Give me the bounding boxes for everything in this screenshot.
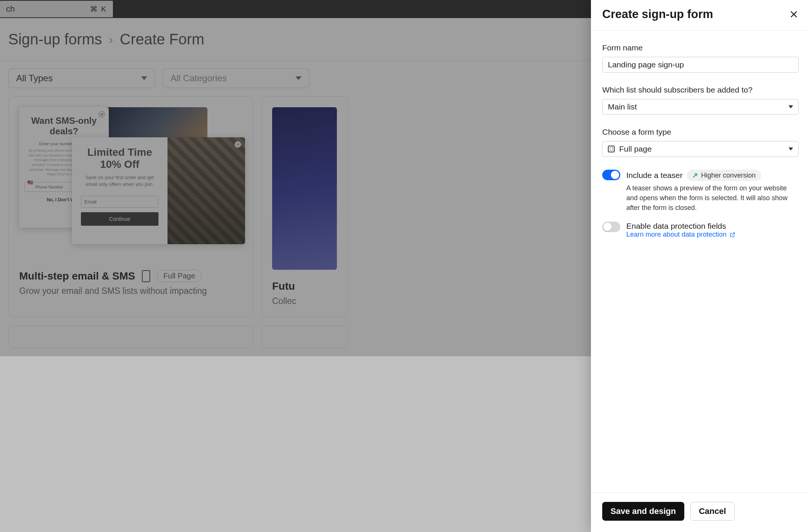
higher-conversion-badge: ↗ Higher conversion	[687, 170, 761, 181]
toggle-teaser-row: Include a teaser ↗ Higher conversion A t…	[602, 170, 799, 213]
save-and-design-button[interactable]: Save and design	[602, 502, 684, 521]
panel-title: Create sign-up form	[602, 8, 713, 21]
panel-header: Create sign-up form	[591, 0, 810, 30]
fullpage-icon	[608, 146, 615, 152]
teaser-title: Include a teaser	[626, 171, 682, 180]
toggle-gdpr-row: Enable data protection fields Learn more…	[602, 222, 799, 239]
form-name-input[interactable]	[602, 57, 799, 73]
form-type-value: Full page	[619, 144, 652, 154]
field-form-type: Choose a form type Full page	[602, 128, 799, 157]
teaser-toggle[interactable]	[602, 170, 620, 180]
form-type-select[interactable]: Full page	[602, 141, 799, 157]
list-select[interactable]: Main list	[602, 99, 799, 115]
trend-up-icon: ↗	[692, 171, 698, 179]
field-list: Which list should subscribers be added t…	[602, 85, 799, 115]
chevron-down-icon	[789, 147, 793, 150]
teaser-desc: A teaser shows a preview of the form on …	[626, 183, 799, 213]
close-button[interactable]	[789, 9, 799, 19]
list-label: Which list should subscribers be added t…	[602, 85, 799, 94]
badge-text: Higher conversion	[701, 172, 755, 179]
gdpr-learn-more-link[interactable]: Learn more about data protection	[626, 231, 735, 239]
form-type-label: Choose a form type	[602, 128, 799, 137]
external-link-icon	[729, 232, 735, 238]
form-name-label: Form name	[602, 43, 799, 52]
field-form-name: Form name	[602, 43, 799, 73]
create-form-panel: Create sign-up form Form name Which list…	[591, 0, 810, 532]
gdpr-link-text: Learn more about data protection	[626, 231, 726, 239]
cancel-button[interactable]: Cancel	[690, 502, 735, 521]
panel-footer: Save and design Cancel	[591, 492, 810, 532]
gdpr-title: Enable data protection fields	[626, 222, 726, 231]
chevron-down-icon	[789, 105, 793, 108]
list-select-value: Main list	[608, 102, 637, 111]
gdpr-toggle[interactable]	[602, 222, 620, 232]
